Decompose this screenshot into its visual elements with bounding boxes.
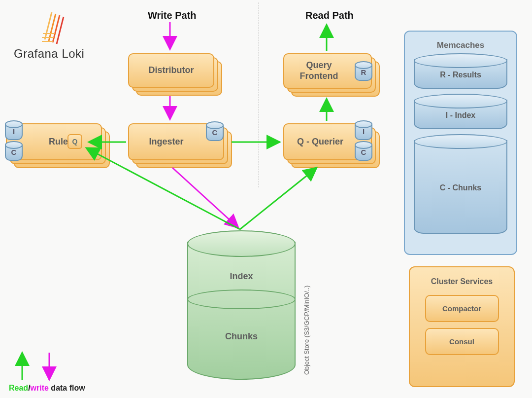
querier-cache-i: I [355, 122, 372, 140]
brand-name: Grafana Loki [14, 47, 84, 61]
object-store-chunks-label: Chunks [188, 331, 295, 342]
service-compactor: Compactor [425, 295, 499, 322]
querier-cache-c: C [355, 143, 372, 161]
memcache-chunks: C - Chunks [414, 140, 507, 234]
arrow-store-to-querier [240, 168, 317, 229]
query-frontend-cache-r: R [355, 63, 372, 81]
memcache-index: I - Index [414, 100, 507, 129]
cluster-services-title: Cluster Services [414, 277, 510, 286]
memcache-results: R - Results [414, 59, 507, 89]
arrow-ingester-to-store [172, 168, 238, 228]
brand-name-text: Grafana Loki [14, 47, 84, 60]
object-store: Index Chunks [187, 242, 296, 380]
legend-write: write [31, 384, 49, 392]
memcaches-panel: Memcaches R - Results I - Index C - Chun… [404, 31, 517, 255]
legend-text: Read/write data flow [9, 384, 85, 393]
memcaches-title: Memcaches [409, 40, 512, 50]
distributor-label: Distributor [129, 54, 213, 87]
ruler-querier-badge: Q [67, 134, 82, 149]
service-consul: Consul [425, 328, 499, 355]
ruler-cache-c: C [5, 143, 23, 161]
brand-logo-icon [42, 10, 69, 44]
write-read-divider [259, 2, 259, 187]
object-store-side-label: Object Store (S3/GCP/MinIO/..) [303, 286, 310, 375]
read-path-title: Read Path [305, 10, 354, 21]
diagram-canvas: Grafana Loki Write Path Read Path Distri… [0, 0, 532, 398]
write-path-title: Write Path [148, 10, 197, 21]
ingester-cache-c: C [206, 123, 224, 141]
cluster-services-panel: Cluster Services Compactor Consul [409, 266, 515, 387]
object-store-index-label: Index [188, 271, 295, 282]
legend-rest: data flow [49, 384, 85, 392]
ruler-cache-i: I [5, 122, 23, 140]
legend-read: Read [9, 384, 28, 392]
